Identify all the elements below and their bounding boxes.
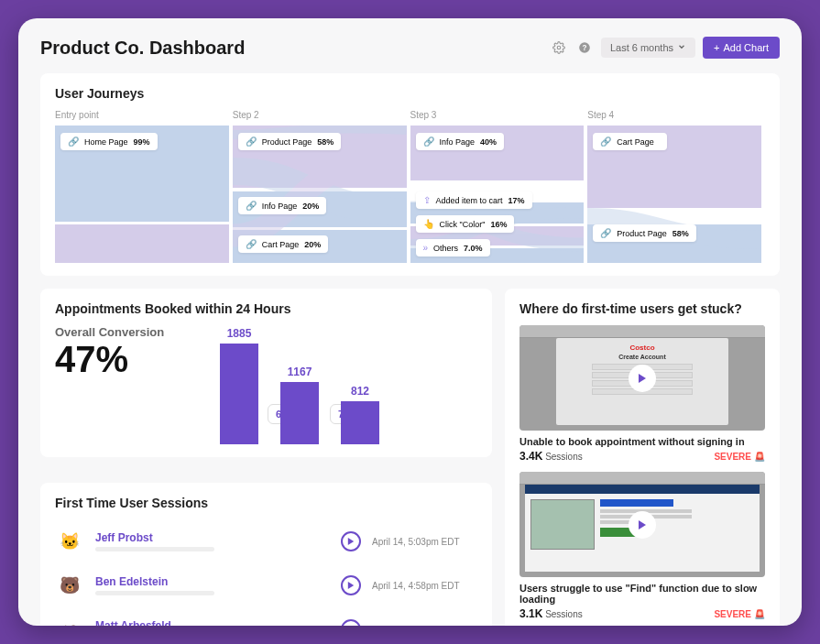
- card-title: Where do first-time users get stuck?: [519, 301, 765, 316]
- journey-step-label: Step 2: [233, 110, 410, 120]
- svg-marker-3: [348, 538, 354, 545]
- journey-node-pct: 99%: [134, 137, 150, 147]
- conversion-label: Overall Conversion: [55, 325, 192, 339]
- stuck-sessions-label: Sessions: [545, 452, 583, 462]
- card-title: Appointments Booked within 24 Hours: [55, 301, 477, 316]
- bar-rect: [280, 382, 319, 444]
- avatar: 🦛: [55, 615, 84, 626]
- stuck-item: Costco Create Account Unable to book app…: [519, 325, 765, 463]
- journey-node-label: Others: [433, 244, 458, 253]
- session-row[interactable]: 🐱 Jeff Probst April 14, 5:03pm EDT: [55, 519, 477, 563]
- thumb-heading: Create Account: [618, 354, 665, 360]
- journey-node-label: Cart Page: [262, 240, 300, 249]
- journey-node-click-color[interactable]: 👆 Click "Color" 16%: [416, 215, 515, 233]
- play-button[interactable]: [341, 575, 361, 595]
- journey-node-label: Home Page: [84, 137, 128, 147]
- journey-node-pct: 16%: [490, 220, 507, 229]
- funnel-bar: 812: [341, 385, 379, 444]
- severity-label: SEVERE: [714, 609, 751, 619]
- appointments-body: Overall Conversion 47% 1885 62% 1167: [55, 325, 477, 444]
- journey-node-pct: 20%: [304, 240, 321, 249]
- session-time: April 14, 4:43pm EDT: [372, 625, 477, 627]
- link-icon: 🔗: [423, 136, 434, 147]
- journey-node-info[interactable]: 🔗 Info Page 40%: [416, 133, 505, 150]
- play-button[interactable]: [629, 511, 656, 539]
- stuck-sessions: 3.4K Sessions: [519, 450, 583, 463]
- session-name: Matt Arbesfeld: [95, 619, 330, 626]
- row-lower: Appointments Booked within 24 Hours Over…: [40, 289, 780, 626]
- conversion-value: 47%: [55, 339, 192, 380]
- dashboard-app: Product Co. Dashboard ? Last 6 months + …: [18, 18, 802, 626]
- svg-marker-7: [639, 520, 646, 529]
- session-name: Jeff Probst: [95, 531, 330, 544]
- link-icon: 🔗: [600, 136, 611, 147]
- journey-node-others[interactable]: » Others 7.0%: [416, 239, 490, 257]
- journey-step-label: Step 4: [587, 110, 765, 120]
- session-progress: [95, 547, 214, 551]
- date-range-selector[interactable]: Last 6 months: [601, 38, 695, 58]
- journey-node-cart[interactable]: 🔗 Cart Page: [593, 133, 667, 150]
- stuck-sessions-label: Sessions: [545, 609, 583, 619]
- session-time: April 14, 4:58pm EDT: [372, 581, 477, 591]
- play-button[interactable]: [341, 531, 361, 551]
- stuck-card: Where do first-time users get stuck? Cos…: [505, 289, 780, 626]
- link-icon: 🔗: [246, 136, 257, 147]
- journey-node-label: Product Page: [617, 229, 667, 238]
- journey-node-pct: 58%: [672, 229, 689, 238]
- svg-text:?: ?: [582, 44, 586, 52]
- sessions-list: 🐱 Jeff Probst April 14, 5:03pm EDT 🐻: [55, 519, 477, 626]
- session-progress: [95, 591, 214, 595]
- alert-icon: 🚨: [754, 609, 765, 619]
- stuck-meta: 3.4K Sessions SEVERE 🚨: [519, 450, 765, 463]
- session-row[interactable]: 🦛 Matt Arbesfeld April 14, 4:43pm EDT: [55, 607, 477, 626]
- bar-value: 1885: [227, 327, 252, 340]
- header-actions: ? Last 6 months + Add Chart: [550, 37, 780, 59]
- severity-badge: SEVERE 🚨: [714, 609, 765, 619]
- click-icon: 👆: [423, 219, 434, 229]
- journey-node-label: Added item to cart: [436, 196, 503, 205]
- session-info: Ben Edelstein: [95, 575, 330, 595]
- video-thumbnail[interactable]: [519, 472, 765, 577]
- video-thumbnail[interactable]: Costco Create Account: [519, 325, 765, 431]
- journey-node-cart[interactable]: 🔗 Cart Page 20%: [238, 235, 329, 253]
- journey-node-home[interactable]: 🔗 Home Page 99%: [60, 133, 158, 150]
- journey-column: Entry point 🔗 Home Page 99%: [55, 110, 233, 263]
- session-row[interactable]: 🐻 Ben Edelstein April 14, 4:58pm EDT: [55, 563, 477, 607]
- journey-node-product[interactable]: 🔗 Product Page 58%: [238, 133, 342, 150]
- journey-node-added-cart[interactable]: ⇪ Added item to cart 17%: [416, 191, 532, 209]
- journey-column-bg: 🔗 Home Page 99%: [55, 126, 229, 263]
- thumb-logo: Costco: [629, 344, 654, 352]
- play-button[interactable]: [341, 619, 361, 626]
- page-title: Product Co. Dashboard: [40, 38, 550, 59]
- journey-step-label: Entry point: [55, 110, 233, 120]
- help-icon[interactable]: ?: [575, 38, 594, 57]
- play-button[interactable]: [629, 365, 656, 392]
- journey-node-label: Cart Page: [617, 137, 654, 147]
- session-time: April 14, 5:03pm EDT: [372, 537, 477, 547]
- journey-node-label: Product Page: [262, 137, 312, 147]
- avatar: 🐻: [55, 571, 84, 600]
- appointments-card: Appointments Booked within 24 Hours Over…: [40, 289, 492, 457]
- journey-node-product[interactable]: 🔗 Product Page 58%: [593, 224, 696, 242]
- session-info: Jeff Probst: [95, 531, 330, 551]
- add-chart-button[interactable]: + Add Chart: [703, 37, 780, 59]
- stuck-item-title: Unable to book appointment without signi…: [519, 436, 765, 447]
- arrows-icon: »: [423, 243, 429, 253]
- journey-column-bg: 🔗 Info Page 40% ⇪ Added item to cart 17%…: [410, 126, 585, 263]
- link-icon: 🔗: [600, 228, 611, 238]
- left-column: Appointments Booked within 24 Hours Over…: [40, 289, 492, 626]
- session-name: Ben Edelstein: [95, 575, 330, 588]
- stuck-item-title: Users struggle to use "Find" function du…: [519, 583, 765, 605]
- settings-icon[interactable]: [550, 38, 568, 57]
- journey-band: [55, 224, 229, 263]
- stuck-meta: 3.1K Sessions SEVERE 🚨: [519, 607, 765, 620]
- journey-node-pct: 17%: [508, 196, 525, 205]
- session-info: Matt Arbesfeld: [95, 619, 330, 626]
- journey-node-info[interactable]: 🔗 Info Page 20%: [238, 197, 327, 214]
- user-journeys-card: User Journeys Entry point 🔗 Home Page 99…: [40, 73, 780, 276]
- add-chart-label: Add Chart: [723, 42, 769, 53]
- bar-value: 812: [351, 385, 369, 398]
- journey-node-pct: 7.0%: [464, 244, 483, 253]
- stuck-sessions-count: 3.1K: [519, 607, 542, 620]
- share-icon: ⇪: [423, 195, 431, 205]
